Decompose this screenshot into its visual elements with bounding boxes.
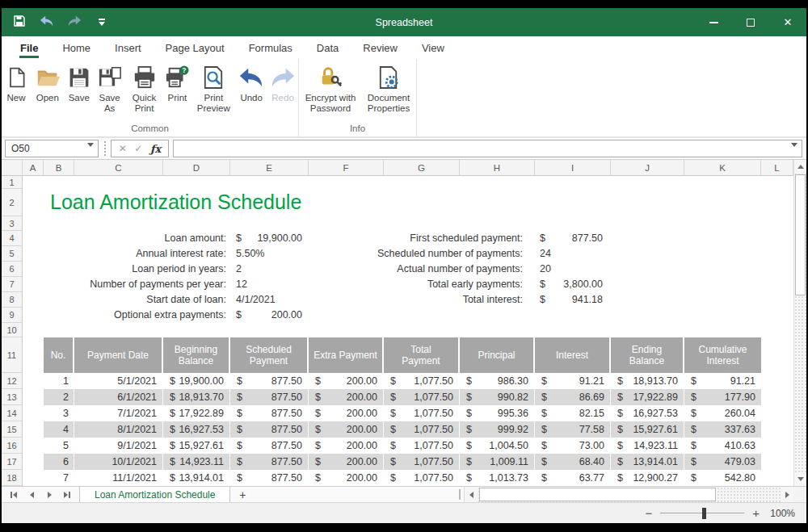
enter-icon[interactable]: ✓ [134,143,142,154]
row-header[interactable]: 14 [2,405,23,421]
quick-undo-button[interactable] [37,13,57,32]
scroll-left-button[interactable] [465,487,478,502]
document-properties-icon [376,65,402,90]
row-header[interactable]: 8 [2,292,23,308]
new-button[interactable]: New [2,63,31,103]
open-button[interactable]: Open [31,63,65,103]
row-header[interactable]: 9 [2,308,23,323]
column-header[interactable]: C [74,160,163,176]
column-header[interactable]: A [23,160,44,176]
column-header[interactable]: J [611,160,684,176]
quick-print-icon [132,65,158,90]
row-header[interactable]: 6 [2,262,23,277]
arrow-left-icon [469,492,473,498]
quick-redo-button[interactable] [65,13,84,32]
scroll-down-button[interactable] [794,472,806,486]
name-box[interactable]: O50 [5,140,99,157]
scroll-up-button[interactable] [794,160,806,174]
name-box-dropdown-icon[interactable] [87,147,94,158]
header-cell: No. [44,337,74,373]
column-header[interactable]: F [309,160,384,176]
customize-qat-button[interactable] [92,13,112,32]
vertical-scrollbar-thumb[interactable] [795,174,806,295]
zoom-in-button[interactable]: + [752,507,760,519]
row-header[interactable]: 4 [2,231,23,246]
cell-no: 2 [44,389,74,405]
cell-total-payment: $1,077.50 [384,373,460,389]
tab-formulas[interactable]: Formulas [237,36,305,59]
row-header[interactable]: 3 [2,216,23,231]
print-button[interactable]: ? Print [162,63,191,103]
column-header[interactable]: I [535,160,611,176]
redo-button[interactable]: Redo [267,63,298,103]
sheet-tab-loan-amortization-schedule[interactable]: Loan Amortization Schedule [79,487,230,502]
save-button[interactable]: Save [65,63,94,103]
encrypt-with-password-button[interactable]: Encrypt with Password [299,63,362,114]
zoom-out-button[interactable]: − [645,507,652,519]
quick-print-button[interactable]: Quick Print [126,63,163,114]
column-header[interactable]: D [163,160,230,176]
horizontal-scrollbar[interactable] [464,487,793,502]
expand-formula-bar-icon[interactable] [791,147,797,158]
row-header[interactable]: 11 [2,337,23,373]
tab-view[interactable]: View [410,36,457,59]
first-sheet-button[interactable] [5,487,23,502]
insert-function-icon[interactable]: ƒx [150,143,161,155]
maximize-button[interactable] [732,8,769,36]
svg-text:?: ? [183,66,187,74]
cancel-icon[interactable]: ✕ [119,143,127,154]
row-header[interactable]: 1 [2,176,23,189]
close-button[interactable]: ✕ [769,8,806,36]
tab-home[interactable]: Home [50,36,103,59]
minimize-button[interactable] [695,8,732,36]
cell-principal: $995.36 [460,405,535,421]
zoom-slider-thumb[interactable] [702,508,706,519]
tab-data[interactable]: Data [305,36,351,59]
scroll-right-button[interactable] [781,487,793,502]
row-header[interactable]: 5 [2,246,23,262]
next-sheet-button[interactable] [40,487,58,502]
tab-page-layout[interactable]: Page Layout [154,36,237,59]
new-document-icon [3,65,29,90]
row-header[interactable]: 18 [2,470,23,486]
column-header[interactable]: B [44,160,74,176]
formula-input[interactable] [173,140,802,157]
vertical-scrollbar[interactable] [793,160,806,486]
row-header[interactable]: 15 [2,421,23,438]
worksheet-grid[interactable]: A B C D E F G H I J K L 1 2 3 4 5 6 7 8 … [2,160,806,486]
last-sheet-button[interactable] [58,487,76,502]
column-header[interactable]: E [230,160,309,176]
window-title: Spreadsheet [2,17,806,28]
add-sheet-button[interactable]: + [230,487,255,502]
tab-scrollbar-splitter[interactable] [459,489,462,500]
horizontal-scrollbar-thumb[interactable] [479,488,716,501]
zoom-slider[interactable] [660,508,744,519]
column-header[interactable]: L [761,160,793,176]
select-all-corner[interactable] [2,160,23,176]
row-header[interactable]: 2 [2,189,23,216]
row-header[interactable]: 16 [2,438,23,454]
spreadsheet-window: Spreadsheet ✕ File Home Insert Page Layo… [2,8,806,523]
document-properties-button[interactable]: Document Properties [362,63,415,114]
row-header[interactable]: 10 [2,323,23,337]
row-header[interactable]: 17 [2,454,23,470]
quick-save-button[interactable] [10,13,29,32]
tab-review[interactable]: Review [351,36,410,59]
sheet-cells[interactable]: Loan Amortization Schedule Loan amount: … [23,176,793,486]
cell-total-payment: $1,077.50 [384,421,460,438]
row-header[interactable]: 13 [2,389,23,405]
previous-sheet-button[interactable] [23,487,40,502]
print-preview-button[interactable]: Print Preview [191,63,235,114]
tab-insert[interactable]: Insert [103,36,154,59]
save-as-button[interactable]: Save As [94,63,126,114]
column-header[interactable]: K [684,160,761,176]
tab-file[interactable]: File [8,36,50,59]
column-header[interactable]: H [460,160,535,176]
undo-button[interactable]: Undo [235,63,267,103]
column-header[interactable]: G [384,160,460,176]
chevron-down-icon [99,19,105,26]
row-header[interactable]: 12 [2,373,23,389]
row-header[interactable]: 7 [2,277,23,292]
formula-bar-handle[interactable] [104,141,107,156]
amortization-table-body: 1 5/1/2021 $19,900.00 $877.50 $200.00 $1… [44,373,761,486]
